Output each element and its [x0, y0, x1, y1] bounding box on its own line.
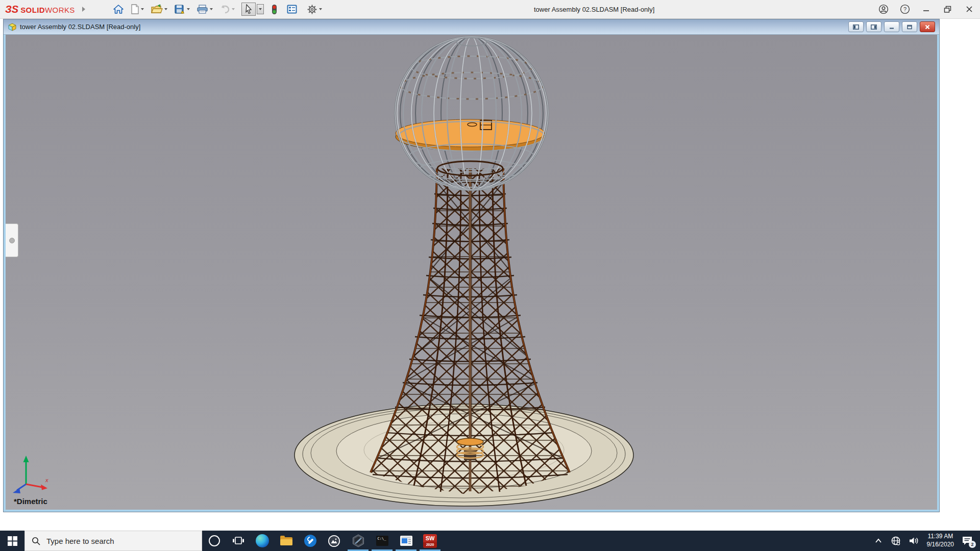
media-app-icon [400, 536, 412, 546]
triad-x-label: x [45, 477, 48, 483]
doc-close-button[interactable] [920, 21, 935, 32]
tray-clock[interactable]: 11:39 AM 9/16/2020 [927, 533, 954, 548]
pane-toggle-left-icon [853, 24, 859, 30]
brand-light: WORKS [45, 6, 75, 14]
taskbar-app-photos[interactable] [322, 531, 346, 551]
network-globe-icon [891, 536, 901, 546]
taskbar-app-edge[interactable] [250, 531, 274, 551]
solidworks-icon-year: 2020 [423, 542, 437, 547]
minimize-button[interactable] [921, 4, 932, 15]
toolbar-flyout-icon[interactable] [82, 7, 85, 12]
select-tool-dropdown-cell[interactable] [257, 4, 264, 14]
brand-bold: SOLID [20, 6, 45, 14]
taskbar-app-task-view[interactable] [226, 531, 250, 551]
network-button[interactable] [891, 536, 901, 546]
lattice-tower [358, 165, 582, 502]
taskbar-app-settings-wrench[interactable] [298, 531, 322, 551]
start-button[interactable] [0, 531, 24, 551]
graphics-viewport[interactable]: x *Dimetric [6, 35, 937, 510]
file-explorer-icon [280, 536, 292, 545]
select-tool[interactable] [241, 3, 264, 16]
taskbar-app-cortana[interactable] [202, 531, 226, 551]
home-icon [113, 4, 124, 14]
settings-wrench-icon [304, 535, 316, 547]
solidworks-logo: ЗS SOLID WORKS [5, 4, 75, 15]
dome-cage [395, 37, 548, 190]
task-form-button[interactable] [287, 5, 297, 14]
help-button[interactable]: ? [899, 4, 911, 15]
cad-hexagon-icon [352, 534, 365, 547]
action-center-button[interactable]: 2 [962, 536, 973, 546]
task-view-icon [232, 535, 244, 546]
save-button[interactable] [174, 4, 190, 14]
undo-dropdown[interactable] [232, 8, 235, 10]
selection-lights-icon [272, 4, 277, 15]
help-glyph: ? [903, 6, 906, 12]
doc-minimize-button[interactable] [884, 21, 899, 32]
options-gear-icon [307, 4, 317, 15]
print-button[interactable] [197, 4, 213, 14]
open-dropdown[interactable] [164, 8, 167, 10]
taskbar-app-media[interactable] [394, 531, 418, 551]
featuremanager-tab-dot [9, 238, 15, 243]
open-icon [151, 4, 163, 14]
taskbar-app-cad-hexagon[interactable] [346, 531, 370, 551]
taskbar-app-file-explorer[interactable] [274, 531, 298, 551]
save-dropdown[interactable] [187, 8, 190, 10]
task-form-icon [287, 5, 297, 14]
pane-toggle-left-button[interactable] [848, 21, 864, 32]
new-document-button[interactable] [131, 4, 144, 14]
restore-button[interactable] [942, 4, 953, 15]
solidworks-icon-letters: SW [426, 534, 435, 542]
cortana-icon [209, 535, 220, 546]
triad-x-arrow [41, 485, 47, 490]
select-cursor-icon [244, 4, 253, 14]
undo-icon [219, 5, 230, 14]
new-document-icon [131, 4, 139, 14]
select-tool-active-cell[interactable] [241, 3, 256, 16]
hidden-icons-chevron-icon [874, 537, 883, 545]
app-title: tower Assembly 02.SLDASM [Read-only] [534, 0, 654, 18]
document-title: tower Assembly 02.SLDASM [Read-only] [20, 23, 140, 31]
doc-restore-button[interactable] [902, 21, 917, 32]
print-dropdown[interactable] [210, 8, 213, 10]
windows-taskbar: C:\_ SW 2020 [0, 531, 980, 551]
volume-button[interactable] [909, 536, 919, 546]
doc-restore-icon [906, 24, 913, 30]
tray-time: 11:39 AM [927, 533, 954, 541]
open-button[interactable] [151, 4, 167, 14]
taskbar-app-solidworks[interactable]: SW 2020 [418, 531, 442, 551]
new-document-dropdown[interactable] [141, 8, 144, 10]
search-input[interactable] [45, 536, 202, 546]
document-titlebar[interactable]: tower Assembly 02.SLDASM [Read-only] [4, 19, 939, 35]
user-account-icon [878, 4, 889, 14]
assembly-icon [8, 23, 17, 31]
home-button[interactable] [113, 4, 124, 14]
selection-lights-button[interactable] [272, 4, 277, 15]
taskbar-search[interactable] [24, 531, 202, 551]
volume-icon [909, 536, 919, 546]
photos-icon [328, 535, 340, 547]
save-icon [174, 4, 185, 14]
tower-assembly-model [6, 35, 937, 510]
notification-badge: 2 [969, 541, 976, 548]
featuremanager-collapsed-tab[interactable] [6, 223, 18, 257]
user-account-button[interactable] [878, 4, 889, 15]
command-prompt-icon: C:\_ [376, 536, 388, 546]
restore-icon [943, 5, 952, 13]
base-coil [457, 438, 483, 460]
windows-start-icon [8, 536, 17, 546]
options-button[interactable] [307, 4, 322, 15]
pane-toggle-right-button[interactable] [866, 21, 881, 32]
brand-glyph: ЗS [5, 4, 18, 15]
close-button[interactable] [964, 4, 975, 15]
document-window: tower Assembly 02.SLDASM [Read-only] [3, 19, 940, 512]
doc-minimize-icon [889, 24, 895, 30]
taskbar-app-command-prompt[interactable]: C:\_ [370, 531, 394, 551]
options-dropdown[interactable] [319, 8, 322, 10]
solidworks-2020-icon: SW 2020 [423, 534, 437, 548]
edge-icon [256, 534, 269, 547]
tray-date: 9/16/2020 [927, 541, 954, 549]
undo-button[interactable] [219, 5, 235, 14]
hidden-icons-button[interactable] [874, 537, 883, 545]
